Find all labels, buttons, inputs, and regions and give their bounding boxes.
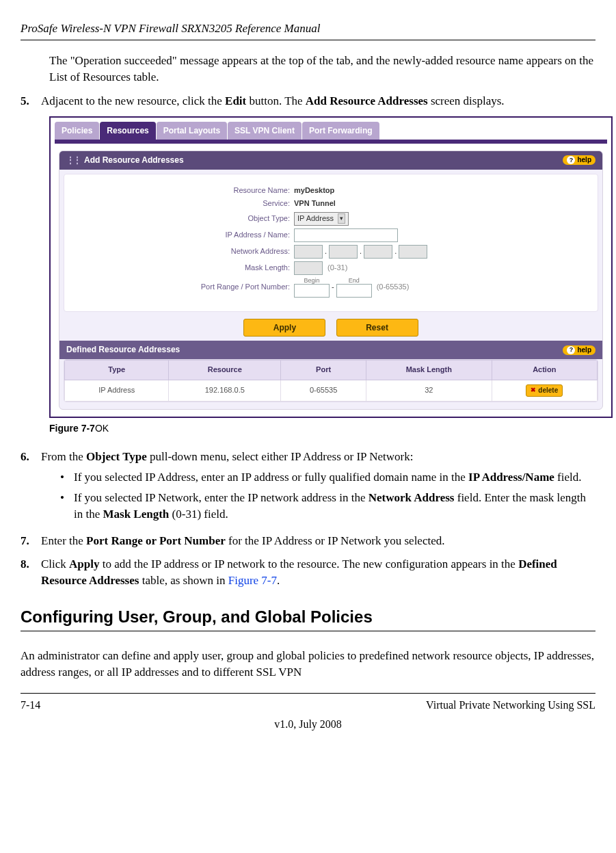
bold: Mask Length (103, 508, 170, 521)
tab-port-forwarding[interactable]: Port Forwarding (302, 122, 379, 140)
table-row: IP Address 192.168.0.5 0-65535 32 delete (65, 380, 598, 401)
form-area: Resource Name: myDesktop Service: VPN Tu… (64, 174, 598, 312)
port-end-input[interactable] (336, 284, 372, 298)
network-address-label: Network Address: (78, 246, 294, 257)
mask-hint: (0-31) (327, 263, 347, 273)
figure-number: Figure 7-7 (49, 423, 95, 434)
resource-name-label: Resource Name: (78, 185, 294, 196)
reset-button[interactable]: Reset (336, 319, 418, 337)
figure-xref[interactable]: Figure 7-7 (228, 574, 277, 587)
defined-resources-table: Type Resource Port Mask Length Action IP… (64, 359, 598, 402)
cell-mask: 32 (366, 380, 492, 401)
footer-right: Virtual Private Networking Using SSL (426, 698, 595, 713)
tab-policies[interactable]: Policies (55, 122, 99, 140)
text: (0-31) field. (169, 508, 228, 521)
mask-input[interactable] (294, 261, 323, 275)
step-8: 8. Click Apply to add the IP address or … (21, 556, 595, 589)
mask-length-label: Mask Length: (78, 263, 294, 273)
col-action: Action (492, 360, 597, 380)
heading-rule (21, 631, 595, 631)
port-hint: (0-65535) (377, 282, 410, 292)
tab-ssl-vpn-client[interactable]: SSL VPN Client (228, 122, 302, 140)
apply-button[interactable]: Apply (243, 319, 325, 337)
table-header-row: Type Resource Port Mask Length Action (65, 360, 598, 380)
figure-7-7: Policies Resources Portal Layouts SSL VP… (49, 116, 595, 417)
tab-portal-layouts[interactable]: Portal Layouts (157, 122, 227, 140)
text: Click (41, 557, 69, 570)
router-ui-screenshot: Policies Resources Portal Layouts SSL VP… (49, 116, 613, 417)
object-type-label: Object Type: (78, 213, 294, 224)
port-range-label: Port Range / Port Number: (78, 282, 294, 292)
tab-resources[interactable]: Resources (100, 122, 155, 140)
step-number: 6. (21, 449, 41, 526)
help-button-2[interactable]: help (563, 345, 595, 355)
help-button[interactable]: help (563, 155, 595, 165)
bold: Object Type (86, 450, 147, 463)
bold: Port Range or Port Number (86, 534, 226, 547)
dash: - (332, 282, 334, 292)
text: field. (554, 471, 582, 484)
defined-resources-header: Defined Resource Addresses help (59, 341, 602, 359)
page-footer: 7-14 Virtual Private Networking Using SS… (21, 698, 595, 713)
resource-name-value: myDesktop (294, 185, 334, 196)
delete-button[interactable]: delete (526, 384, 563, 397)
bullet-mark: • (60, 490, 74, 523)
add-resource-panel: Add Resource Addresses help Resource Nam… (59, 150, 603, 410)
col-port: Port (281, 360, 366, 380)
text: pull-down menu, select either IP Address… (147, 450, 414, 463)
text: Adjacent to the new resource, click the (41, 94, 225, 107)
port-begin-input[interactable] (294, 284, 330, 298)
section-heading: Configuring User, Group, and Global Poli… (21, 605, 595, 629)
text: screen displays. (428, 94, 505, 107)
col-type: Type (65, 360, 169, 380)
step-number: 8. (21, 556, 41, 589)
ip-name-input[interactable] (294, 228, 398, 242)
footer-rule (21, 693, 595, 694)
text: From the (41, 450, 86, 463)
end-label: End (349, 278, 360, 284)
subpanel-title: Defined Resource Addresses (66, 344, 180, 356)
step-5: 5. Adjacent to the new resource, click t… (21, 93, 595, 109)
bold: Apply (69, 557, 99, 570)
bullet-ip-network: • If you selected IP Network, enter the … (60, 490, 595, 523)
net-octet-4[interactable] (399, 245, 427, 259)
step-body: Adjacent to the new resource, click the … (41, 93, 595, 109)
footer-center: v1.0, July 2008 (21, 717, 595, 732)
bold: Network Address (369, 491, 455, 504)
intro-paragraph: The "Operation succeeded" message appear… (49, 53, 595, 86)
text: button. The (246, 94, 306, 107)
net-octet-1[interactable] (294, 245, 323, 259)
net-octet-2[interactable] (329, 245, 358, 259)
button-row: Apply Reset (59, 319, 602, 337)
step-number: 5. (21, 93, 41, 109)
net-octet-3[interactable] (364, 245, 392, 259)
ip-name-label: IP Address / Name: (78, 230, 294, 240)
figure-tail: OK (95, 423, 109, 434)
panel-title: Add Resource Addresses (66, 155, 184, 166)
bold-add-resource: Add Resource Addresses (306, 94, 428, 107)
text: Enter the (41, 534, 86, 547)
col-mask: Mask Length (366, 360, 492, 380)
step-body: From the Object Type pull-down menu, sel… (41, 449, 595, 526)
tab-bar: Policies Resources Portal Layouts SSL VP… (51, 118, 611, 140)
figure-caption: Figure 7-7OK (49, 422, 595, 436)
col-resource: Resource (169, 360, 281, 380)
header-rule (21, 40, 595, 40)
cell-port: 0-65535 (281, 380, 366, 401)
closing-paragraph: An administrator can define and apply us… (21, 648, 595, 681)
cell-type: IP Address (65, 380, 169, 401)
text: to add the IP address or IP network to t… (100, 557, 519, 570)
step-7: 7. Enter the Port Range or Port Number f… (21, 533, 595, 549)
step-number: 7. (21, 533, 41, 549)
bold-edit: Edit (225, 94, 246, 107)
object-type-select[interactable]: IP Address (294, 212, 349, 226)
bullet-mark: • (60, 469, 74, 486)
text: . (277, 574, 280, 587)
service-label: Service: (78, 198, 294, 209)
running-header: ProSafe Wireless-N VPN Firewall SRXN3205… (21, 21, 595, 37)
page-number: 7-14 (21, 698, 40, 713)
bullet-ip-address: • If you selected IP Address, enter an I… (60, 469, 595, 486)
bold: IP Address/Name (468, 471, 554, 484)
cell-resource: 192.168.0.5 (169, 380, 281, 401)
panel-header: Add Resource Addresses help (59, 151, 602, 170)
